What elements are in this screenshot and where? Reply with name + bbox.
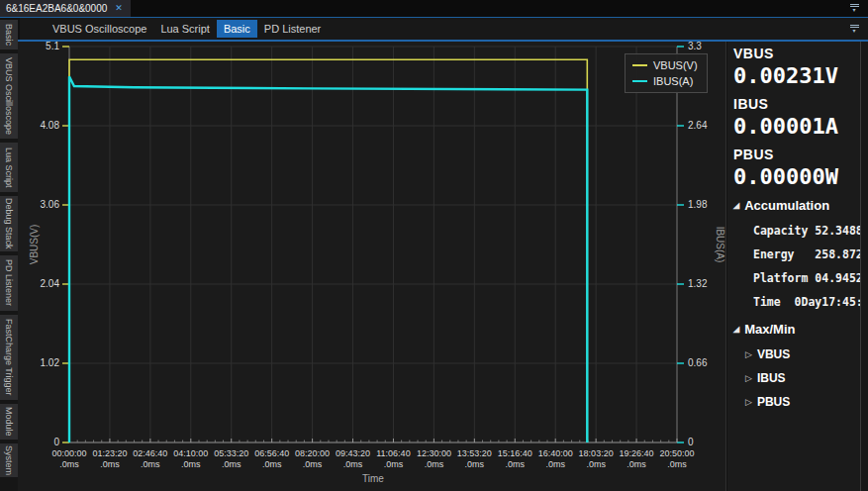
time-value: 0Day17:45:26 [795, 295, 860, 309]
svg-text:VBUS(V): VBUS(V) [29, 225, 40, 265]
svg-text:2.64: 2.64 [688, 120, 708, 131]
series-IBUS(A) [69, 76, 587, 442]
svg-text:19:26:40.0ms: 19:26:40.0ms [620, 448, 654, 469]
maxmin-section-header[interactable]: ◢ Max/Min [733, 322, 860, 337]
chart-legend: VBUS(V)IBUS(A) [625, 53, 708, 93]
sidebar-item-basic[interactable]: Basic [0, 20, 18, 49]
oscilloscope-chart[interactable]: 01.022.043.064.085.100.661.321.982.643.3… [18, 42, 726, 491]
legend-entry-label: IBUS(A) [653, 75, 693, 87]
document-tab-title: 6&16EA2BA6&0&0000 [6, 3, 107, 14]
sidebar-item-pd-listener[interactable]: PD Listener [0, 255, 18, 311]
chart-gridlines [69, 47, 677, 442]
tab-basic[interactable]: Basic [217, 20, 257, 38]
svg-text:09:43:20.0ms: 09:43:20.0ms [336, 448, 370, 469]
svg-text:15:16:40.0ms: 15:16:40.0ms [498, 448, 532, 469]
meter-vbus-value: 0.00231V [733, 62, 860, 89]
svg-text:1.02: 1.02 [41, 357, 60, 368]
maxmin-item-vbus[interactable]: ▷ VBUS [733, 343, 860, 366]
tab-vbus-oscilloscope[interactable]: VBUS Oscilloscope [46, 20, 153, 38]
accumulation-title: Accumulation [744, 198, 829, 213]
svg-text:0: 0 [688, 437, 694, 447]
svg-text:05:33:20.0ms: 05:33:20.0ms [214, 448, 248, 469]
svg-text:13:53:20.0ms: 13:53:20.0ms [457, 448, 492, 469]
legend-color-dash [632, 80, 647, 82]
legend-entry-VBUS(V)[interactable]: VBUS(V) [632, 59, 698, 71]
chart-series [69, 59, 587, 442]
meter-ibus-value: 0.00001A [733, 113, 860, 140]
svg-text:16:40:00.0ms: 16:40:00.0ms [538, 448, 573, 469]
meter-pbus-value: 0.00000W [733, 163, 860, 190]
collapsed-icon: ▷ [745, 366, 752, 390]
svg-text:0.66: 0.66 [688, 357, 708, 368]
sidebar-item-system[interactable]: System [0, 443, 18, 477]
svg-text:12:30:00.0ms: 12:30:00.0ms [417, 448, 451, 469]
svg-text:3.06: 3.06 [41, 199, 60, 210]
panel-scrollbar[interactable] [860, 42, 868, 491]
svg-text:1.32: 1.32 [688, 278, 708, 289]
view-tab-strip: VBUS Oscilloscope Lua Script Basic PD Li… [20, 18, 868, 40]
meter-vbus-label: VBUS [733, 46, 860, 62]
meter-ibus-label: IBUS [733, 96, 860, 113]
accumulation-row-time: Time0Day17:45:26 [733, 290, 860, 314]
collapsed-icon: ▷ [745, 390, 752, 414]
series-VBUS(V) [69, 59, 587, 442]
accumulation-row-capacity: Capacity52.3488Ah [733, 219, 860, 243]
sidebar-item-module[interactable]: Module [0, 404, 18, 440]
document-tab[interactable]: 6&16EA2BA6&0&0000 ✕ [0, 0, 131, 17]
svg-text:18:03:20.0ms: 18:03:20.0ms [579, 448, 614, 469]
energy-value: 258.8729Wh [815, 247, 860, 261]
svg-text:2.04: 2.04 [41, 278, 60, 289]
expanded-icon: ◢ [733, 326, 739, 334]
sidebar: Basic VBUS Oscilloscope Lua Script Debug… [0, 20, 18, 491]
overflow-menu-icon[interactable]: ▾ [848, 25, 860, 33]
oscilloscope-chart-area[interactable]: 01.022.043.064.085.100.661.321.982.643.3… [18, 42, 726, 491]
capacity-value: 52.3488Ah [815, 224, 860, 238]
svg-text:11:06:40.0ms: 11:06:40.0ms [376, 448, 410, 469]
meter-vbus: VBUS 0.00231V [733, 46, 860, 89]
maxmin-item-pbus[interactable]: ▷ PBUS [733, 390, 860, 414]
svg-text:20:50:00.0ms: 20:50:00.0ms [659, 448, 694, 469]
svg-text:01:23:20.0ms: 01:23:20.0ms [92, 448, 127, 469]
meter-ibus: IBUS 0.00001A [733, 96, 860, 140]
maxmin-item-ibus[interactable]: ▷ IBUS [733, 366, 860, 390]
legend-color-dash [632, 64, 647, 66]
svg-text:4.08: 4.08 [41, 120, 60, 131]
overflow-menu-icon[interactable]: ▾ [848, 4, 860, 12]
meter-pbus-label: PBUS [733, 147, 860, 163]
maxmin-title: Max/Min [744, 322, 795, 337]
sidebar-item-fastcharge-trigger[interactable]: FastCharge Trigger [0, 315, 18, 400]
sidebar-item-vbus-oscilloscope[interactable]: VBUS Oscilloscope [0, 53, 18, 139]
chart-axes [62, 47, 684, 442]
meter-pbus: PBUS 0.00000W [733, 147, 860, 190]
svg-text:06:56:40.0ms: 06:56:40.0ms [254, 448, 289, 469]
expanded-icon: ◢ [733, 202, 739, 210]
platform-value: 04.9452V [815, 271, 860, 285]
svg-text:IBUS(A): IBUS(A) [715, 227, 725, 263]
accumulation-row-platform: Platform04.9452V [733, 266, 860, 290]
readings-panel: VBUS 0.00231V IBUS 0.00001A PBUS 0.00000… [727, 42, 860, 491]
svg-text:3.3: 3.3 [688, 42, 702, 51]
svg-text:00:00:00.0ms: 00:00:00.0ms [51, 448, 86, 469]
accumulation-section-header[interactable]: ◢ Accumulation [733, 198, 860, 213]
svg-text:5.1: 5.1 [46, 42, 59, 51]
legend-entry-IBUS(A)[interactable]: IBUS(A) [632, 75, 698, 87]
svg-text:Time: Time [362, 473, 384, 484]
tab-pd-listener[interactable]: PD Listener [257, 20, 328, 38]
svg-text:02:46:40.0ms: 02:46:40.0ms [133, 448, 167, 469]
collapsed-icon: ▷ [745, 343, 752, 366]
accumulation-row-energy: Energy258.8729Wh [733, 243, 860, 266]
svg-text:0: 0 [53, 437, 59, 447]
svg-text:08:20:00.0ms: 08:20:00.0ms [295, 448, 330, 469]
chart-axis-labels: 01.022.043.064.085.100.661.321.982.643.3… [29, 42, 725, 484]
legend-entry-label: VBUS(V) [653, 59, 698, 71]
sidebar-item-lua-script[interactable]: Lua Script [0, 143, 18, 192]
svg-text:04:10:00.0ms: 04:10:00.0ms [173, 448, 208, 469]
tab-lua-script[interactable]: Lua Script [153, 20, 217, 38]
close-icon[interactable]: ✕ [115, 4, 123, 13]
document-tab-bar: 6&16EA2BA6&0&0000 ✕ ▾ [0, 0, 868, 17]
svg-text:1.98: 1.98 [688, 199, 708, 210]
sidebar-item-debug-stack[interactable]: Debug Stack [0, 196, 18, 251]
